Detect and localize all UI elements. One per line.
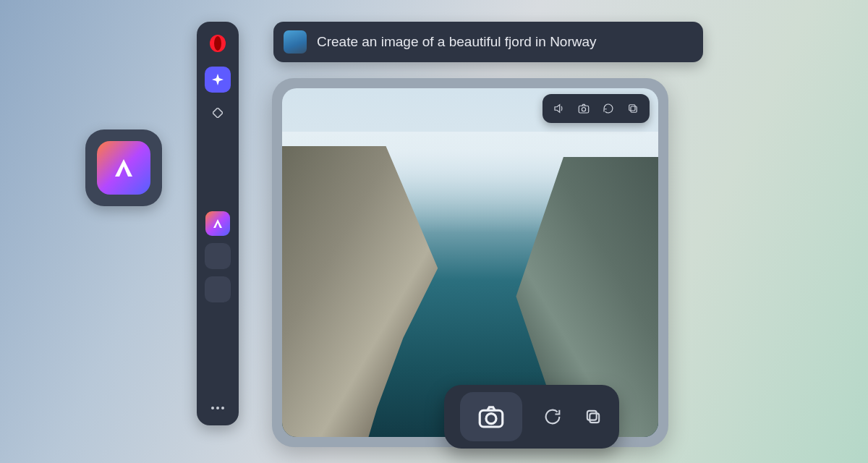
sidebar-item-diamond[interactable]: [205, 100, 231, 126]
refresh-icon: [542, 407, 563, 427]
copy-button[interactable]: [583, 407, 603, 427]
image-overlay-toolbar: [542, 94, 650, 123]
svg-rect-12: [590, 413, 599, 422]
copy-icon: [583, 407, 603, 427]
svg-rect-13: [587, 411, 597, 420]
svg-rect-8: [631, 106, 637, 112]
svg-point-3: [211, 407, 214, 409]
sidebar-item-opera[interactable]: [205, 30, 231, 56]
snapshot-button[interactable]: [577, 102, 590, 115]
aria-app-icon: [97, 141, 150, 195]
sidebar-empty-slot[interactable]: [205, 243, 231, 269]
svg-rect-6: [579, 106, 589, 113]
svg-rect-2: [213, 108, 223, 118]
more-icon: [210, 406, 225, 410]
sidebar-item-aria[interactable]: [205, 67, 231, 93]
capture-button[interactable]: [460, 392, 522, 441]
read-aloud-button[interactable]: [553, 102, 566, 115]
regenerate-button[interactable]: [602, 102, 615, 115]
copy-button[interactable]: [626, 102, 639, 115]
regenerate-button[interactable]: [542, 407, 563, 427]
sidebar-empty-slot[interactable]: [205, 276, 231, 302]
sidebar-mini-app[interactable]: [205, 211, 230, 236]
svg-point-1: [214, 36, 221, 51]
aria-logo-icon: [108, 152, 140, 184]
opera-icon: [208, 34, 227, 53]
prompt-bar[interactable]: Create an image of a beautiful fjord in …: [273, 22, 703, 62]
sparkle-icon: [211, 73, 224, 86]
svg-point-11: [486, 414, 496, 424]
app-launcher-tile[interactable]: [85, 129, 162, 206]
refresh-icon: [602, 102, 615, 115]
sidebar-more-button[interactable]: [205, 399, 231, 417]
svg-point-4: [216, 407, 219, 409]
prompt-avatar-icon: [284, 30, 307, 54]
aria-logo-icon: [211, 217, 224, 230]
copy-icon: [626, 102, 639, 115]
speaker-icon: [553, 102, 566, 115]
prompt-text: Create an image of a beautiful fjord in …: [317, 34, 597, 50]
diamond-icon: [213, 108, 223, 118]
svg-point-7: [582, 108, 585, 111]
svg-point-5: [221, 407, 224, 409]
svg-rect-9: [629, 105, 635, 111]
camera-icon: [577, 102, 590, 115]
camera-icon: [476, 402, 506, 432]
action-dock: [444, 385, 619, 449]
vertical-sidebar: [197, 22, 239, 425]
